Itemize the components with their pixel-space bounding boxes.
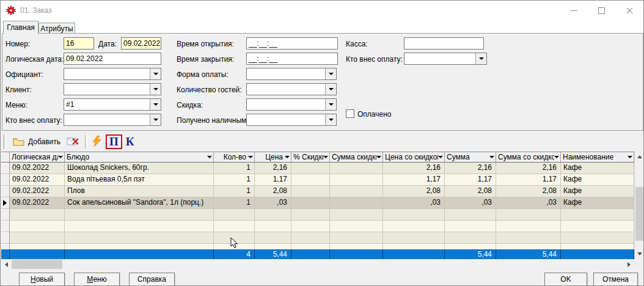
vertical-scroll-thumb[interactable] [635,187,644,241]
table-cell[interactable] [496,232,561,244]
kto-vnes-oplatu-combo[interactable] [64,114,161,126]
table-cell[interactable] [10,221,65,232]
table-cell[interactable] [214,209,255,221]
delete-row-button[interactable] [67,137,79,146]
table-cell[interactable] [10,232,65,244]
polucheno-nalichnymi-combo[interactable] [246,114,337,126]
table-cell[interactable]: ,03 [383,197,445,209]
column-header-9[interactable]: Сумма со скидкой [496,152,561,162]
column-header-5[interactable]: % Скидки [291,152,330,162]
vremya-otkrytiya-input[interactable]: __:__:__ [246,37,338,50]
column-header-3[interactable]: Кол-во [214,152,255,162]
vremya-zakrytiya-input[interactable]: __:__:__ [246,53,338,65]
table-cell[interactable] [383,232,445,244]
scroll-right-icon[interactable] [624,259,634,270]
table-cell[interactable]: 1 [214,186,255,197]
column-filter-icon[interactable] [207,156,212,161]
chevron-down-icon[interactable] [150,99,161,110]
k-mode-button[interactable]: К [123,136,137,148]
column-filter-icon[interactable] [323,156,328,161]
kolichestvo-gostey-combo[interactable] [246,83,337,95]
klient-combo[interactable] [64,83,161,95]
table-cell[interactable]: 1 [214,197,255,209]
close-button[interactable] [620,1,639,20]
table-cell[interactable] [330,197,383,209]
column-header-4[interactable]: Цена [255,152,291,162]
chevron-down-icon[interactable] [325,68,336,79]
table-cell[interactable] [561,221,634,232]
table-cell[interactable]: 1,17 [383,174,445,186]
table-cell[interactable]: ,03 [255,197,291,209]
table-cell[interactable] [330,163,383,174]
column-header-6[interactable]: Сумма скидки [330,152,383,162]
data-input[interactable]: 09.02.2022 [121,37,161,50]
column-header-8[interactable]: Сумма [445,152,496,162]
table-cell[interactable] [291,174,330,186]
table-cell[interactable]: 1,17 [496,174,561,186]
table-cell[interactable] [255,232,291,244]
column-header-2[interactable]: Блюдо [65,152,214,162]
table-cell[interactable] [255,221,291,232]
row-selector-cell[interactable] [1,221,10,232]
table-row-6[interactable] [1,221,634,232]
scroll-left-icon[interactable] [1,259,12,270]
table-cell[interactable]: Кафе [561,163,634,174]
minimize-button[interactable] [565,1,584,20]
menyu-combo[interactable]: #1 [64,98,161,111]
table-cell[interactable] [330,221,383,232]
menu-button[interactable]: Меню [74,273,120,286]
table-cell[interactable]: 2,16 [383,163,445,174]
table-cell[interactable]: 1,17 [445,174,496,186]
table-cell[interactable] [291,163,330,174]
table-row-7[interactable] [1,232,634,244]
scroll-down-icon[interactable] [635,249,644,259]
chevron-down-icon[interactable] [325,99,336,110]
table-cell[interactable] [291,186,330,197]
table-cell[interactable]: Кафе [561,174,634,186]
table-row-3[interactable]: 09.02.2022Плов12,082,082,082,08Кафе [1,186,634,197]
table-cell[interactable]: 2,08 [383,186,445,197]
table-cell[interactable]: 1 [214,163,255,174]
table-cell[interactable] [383,209,445,221]
table-cell[interactable] [65,209,214,221]
table-cell[interactable] [291,197,330,209]
p-mode-button[interactable]: П [106,134,122,149]
table-cell[interactable] [255,244,291,249]
table-cell[interactable] [383,244,445,249]
table-cell[interactable] [10,244,65,249]
table-cell[interactable] [65,221,214,232]
skidka-combo[interactable] [246,98,337,111]
chevron-down-icon[interactable] [150,114,161,125]
table-cell[interactable]: Кафе [561,186,634,197]
table-cell[interactable]: ,03 [496,197,561,209]
chevron-down-icon[interactable] [475,53,486,64]
table-cell[interactable] [496,221,561,232]
table-cell[interactable]: 09.02.2022 [10,197,65,209]
new-button[interactable]: Новый [19,273,65,286]
table-row-1[interactable]: 09.02.2022Шоколад Snickers, 60гр.12,162,… [1,163,634,174]
table-cell[interactable] [330,244,383,249]
horizontal-scrollbar[interactable] [1,259,634,270]
table-cell[interactable] [65,232,214,244]
column-header-10[interactable]: Наименование [561,152,634,162]
help-button[interactable]: Справка [129,273,175,286]
table-cell[interactable]: 1 [214,174,255,186]
table-cell[interactable]: 09.02.2022 [10,186,65,197]
table-cell[interactable]: Шоколад Snickers, 60гр. [65,163,214,174]
table-cell[interactable] [561,232,634,244]
column-header-1[interactable]: Логическая дат [10,152,65,162]
nomer-input[interactable]: 16 [64,37,94,50]
quick-action-button[interactable] [92,136,102,147]
chevron-down-icon[interactable] [150,84,161,95]
table-cell[interactable] [330,209,383,221]
table-cell[interactable] [291,232,330,244]
table-cell[interactable] [561,209,634,221]
tab-glavnaya[interactable]: Главная [3,21,38,34]
row-selector-cell[interactable] [1,197,10,209]
table-cell[interactable]: Сок апельсиновый "Sandora", 1л (порц.) [65,197,214,209]
oplacheno-checkbox[interactable] [346,109,354,118]
column-filter-icon[interactable] [438,156,443,161]
table-cell[interactable]: ,03 [445,197,496,209]
table-cell[interactable]: 09.02.2022 [10,174,65,186]
table-cell[interactable]: 2,08 [496,186,561,197]
